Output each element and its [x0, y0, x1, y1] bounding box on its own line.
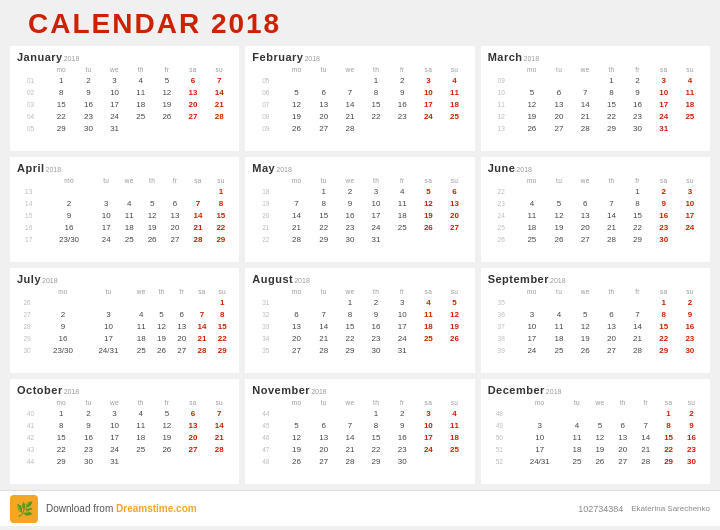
calendar-day: 11 [415, 308, 441, 320]
calendar-day: 15 [311, 209, 337, 221]
calendar-day: 6 [282, 308, 310, 320]
calendar-day [572, 74, 598, 86]
calendar-day: 12 [518, 98, 546, 110]
calendar-day: 3 [389, 296, 415, 308]
calendar-day: 29 [212, 344, 232, 356]
calendar-day: 24 [389, 332, 415, 344]
calendar-day: 10 [415, 86, 441, 98]
week-number: 35 [252, 344, 282, 356]
calendar-day: 28 [337, 455, 363, 467]
week-number: 37 [488, 320, 518, 332]
week-number: 44 [17, 455, 47, 467]
calendar-day: 18 [546, 332, 572, 344]
calendar-day: 6 [546, 86, 572, 98]
calendar-day: 18 [565, 443, 588, 455]
calendar-day: 5 [151, 308, 171, 320]
calendar-day: 10 [363, 197, 389, 209]
calendar-day: 24 [415, 110, 441, 122]
calendar-day: 15 [47, 431, 75, 443]
calendar-day: 4 [131, 308, 151, 320]
calendar-day: 7 [572, 86, 598, 98]
calendar-day: 17 [101, 431, 127, 443]
calendar-day: 2 [624, 74, 650, 86]
calendar-day [311, 74, 337, 86]
calendar-day: 20 [311, 443, 337, 455]
day-header-thursday: th [151, 287, 171, 296]
calendar-day: 15 [363, 431, 389, 443]
calendar-day: 24 [677, 221, 703, 233]
calendar-day: 18 [118, 221, 141, 233]
calendar-day: 12 [282, 98, 310, 110]
month-name: June [488, 162, 516, 174]
month-year: 2018 [546, 388, 562, 395]
calendar-day [441, 122, 467, 134]
calendar-day [164, 185, 187, 197]
calendar-day: 15 [651, 320, 677, 332]
calendar-day: 11 [546, 320, 572, 332]
day-header-thursday: th [363, 176, 389, 185]
calendar-day: 21 [624, 332, 650, 344]
day-header-thursday: th [141, 176, 164, 185]
day-header-thursday: th [598, 176, 624, 185]
calendar-day: 12 [415, 197, 441, 209]
calendar-day: 24 [95, 233, 118, 245]
day-header-wednesday: we [572, 65, 598, 74]
calendar-day: 3 [86, 308, 131, 320]
calendar-day [172, 296, 192, 308]
calendar-day: 1 [337, 296, 363, 308]
month-year: 2018 [46, 166, 62, 173]
calendar-day: 6 [172, 308, 192, 320]
week-number: 49 [488, 419, 514, 431]
calendar-day: 11 [565, 431, 588, 443]
calendar-day: 15 [47, 98, 75, 110]
calendar-day: 1 [212, 296, 232, 308]
calendar-day: 3 [415, 407, 441, 419]
day-header-saturday: sa [415, 287, 441, 296]
calendar-day: 11 [677, 86, 703, 98]
calendar-day: 24 [101, 110, 127, 122]
calendar-day: 7 [206, 74, 232, 86]
calendar-day: 25 [128, 110, 154, 122]
day-header-wednesday: we [337, 176, 363, 185]
calendar-day: 22 [47, 443, 75, 455]
calendar-day: 18 [389, 209, 415, 221]
day-header-tuesday: tu [311, 65, 337, 74]
week-number: 03 [17, 98, 47, 110]
calendar-day: 14 [282, 209, 310, 221]
week-number: 32 [252, 308, 282, 320]
week-number: 04 [17, 110, 47, 122]
calendar-day [598, 296, 624, 308]
calendar-day: 28 [624, 344, 650, 356]
calendar-day: 15 [337, 320, 363, 332]
calendar-day: 14 [624, 320, 650, 332]
calendar-day [128, 455, 154, 467]
calendar-day: 20 [164, 221, 187, 233]
week-number: 22 [252, 233, 282, 245]
month-year: 2018 [304, 55, 320, 62]
calendar-day: 26 [441, 332, 467, 344]
day-header-tuesday: tu [311, 398, 337, 407]
week-number: 09 [488, 74, 518, 86]
week-number: 05 [252, 74, 282, 86]
calendar-day: 24 [518, 344, 546, 356]
calendar-day: 12 [441, 308, 467, 320]
calendar-day: 18 [128, 431, 154, 443]
week-number: 39 [488, 344, 518, 356]
calendar-day: 18 [441, 431, 467, 443]
calendar-day: 22 [47, 110, 75, 122]
calendar-day: 23 [651, 221, 677, 233]
day-header-wednesday: we [101, 65, 127, 74]
calendar-day: 7 [624, 308, 650, 320]
calendar-day: 25 [389, 221, 415, 233]
day-header-friday: fr [389, 287, 415, 296]
calendar-day: 23 [677, 332, 703, 344]
calendar-day: 17 [677, 209, 703, 221]
calendar-day: 26 [546, 233, 572, 245]
month-year: 2018 [550, 277, 566, 284]
calendar-day: 15 [598, 98, 624, 110]
calendar-day: 30 [651, 233, 677, 245]
calendar-day: 20 [180, 431, 206, 443]
calendar-day: 7 [634, 419, 657, 431]
day-header-sunday: su [677, 65, 703, 74]
calendar-day: 7 [186, 197, 209, 209]
